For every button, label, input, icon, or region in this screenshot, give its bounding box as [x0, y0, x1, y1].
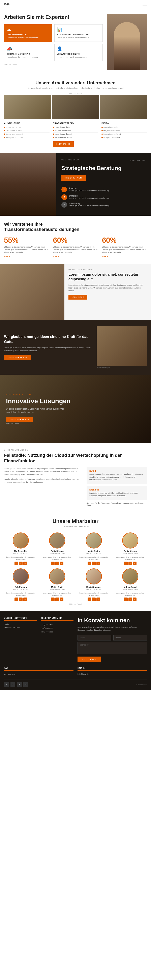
work-col-3-title: DIGITAL [101, 122, 147, 124]
contact-phone-input[interactable] [113, 635, 147, 641]
twitter-icon[interactable]: t [129, 598, 132, 601]
hero-card-1[interactable]: ☁ CLOUD UND DIGITAL Lorem ipsum dolor si… [4, 24, 52, 42]
facebook-icon[interactable]: f [51, 598, 55, 601]
hero-left: Arbeiten Sie mit Experten! ☁ CLOUD UND D… [4, 14, 103, 70]
stat-3-link[interactable]: MEHR [102, 256, 147, 258]
desc-mattie-smith-1: Lorem ipsum dolor sit amet, consectetur … [77, 556, 111, 560]
socials-betty-nilssen-2: f t in [114, 562, 147, 565]
strategic-steps: 1 Analyse Lorem ipsum dolor sit amet con… [61, 187, 146, 208]
linkedin-icon[interactable]: in [133, 562, 137, 565]
list-item: Excepteur sint occae [53, 136, 98, 139]
desc-betty-nilssen-1: Lorem ipsum dolor sit amet, consectetur … [41, 556, 74, 560]
hero-card-4-desc: Lorem ipsum dolor sit amet consectetur [57, 56, 100, 59]
learn-more-button[interactable]: LERN MEHR [53, 142, 74, 147]
step-2-desc: Lorem ipsum dolor sit amet consectetur a… [69, 197, 109, 200]
stat-2: 60% Ut labore et dolore magna aliqua. Ut… [53, 236, 98, 258]
step-3-desc: Lorem ipsum dolor sit amet consectetur a… [69, 205, 109, 207]
uber-firma-label: ÜBER UNSERE FIRMA [69, 269, 147, 270]
facebook-icon[interactable]: f [51, 562, 55, 565]
employees-freepik: Bilder von Freepik [4, 603, 147, 605]
vom-problem-label: VOM PROBLEM [61, 159, 79, 161]
facebook-icon[interactable]: f [14, 562, 18, 565]
avatar-mattie-smith-1 [86, 533, 102, 549]
avatar-betty-nilssen-2 [122, 533, 138, 549]
work-title: Unsere Arbeit verändert Unternehmen [4, 80, 147, 86]
facebook-icon[interactable]: f [88, 598, 91, 601]
work-columns: AUSRICHTUNG Lorem ipsum dolor 0%, sed do… [4, 122, 147, 147]
step-circle-2: 2 [61, 194, 67, 200]
hero-card-1-title: CLOUD UND DIGITAL [6, 33, 50, 36]
twitter-icon[interactable]: t [55, 562, 59, 565]
hero-card-3[interactable]: 📣 DIGITALES MARKETING Lorem ipsum dolor … [4, 44, 52, 61]
twitter-icon[interactable]: t [92, 562, 96, 565]
employee-nat-reynolds: Nat Reynolds HAUPTTROPFEN Lorem ipsum do… [4, 533, 37, 565]
twitter-icon[interactable]: t [129, 562, 132, 565]
hero-card-2[interactable]: 📊 STEUERLICHE DIENSTLEISTUNG Lorem ipsum… [55, 24, 103, 42]
innovative-contact-button[interactable]: KONTAKTIERE UNS [6, 417, 33, 422]
facebook-icon[interactable]: f [124, 562, 128, 565]
list-item: Excepteur sint occae [4, 136, 50, 139]
believe-text: Wir glauben, mutige Ideen sind eine Kraf… [4, 334, 93, 360]
facebook-icon[interactable]: f [88, 562, 91, 565]
stat-1-link[interactable]: MEHR [4, 256, 49, 258]
role-bob-roberts: HAUPTTROPFEN [4, 589, 37, 591]
strategic-button[interactable]: BIS DREIFACH [61, 175, 86, 181]
believe-inner: Wir glauben, mutige Ideen sind eine Kraf… [4, 326, 147, 369]
stat-1: 55% Ut labore et dolore magna aliqua. Ut… [4, 236, 49, 258]
twitter-icon[interactable]: t [92, 598, 96, 601]
step-1: 1 Analyse Lorem ipsum dolor sit amet con… [61, 187, 146, 192]
contact-email-title: EMAIL [77, 667, 147, 671]
work-col-2-title: GRÖSSER WERDEN [53, 122, 98, 124]
work-image-3 [100, 95, 147, 119]
case-section: UNSERE LÖSUNGEN Fallstudie: Nutzung der … [0, 443, 151, 512]
footer-twitter-icon[interactable]: t [10, 682, 15, 687]
socials-adrian-scold: f t in [114, 598, 147, 601]
footer-facebook-icon[interactable]: f [4, 682, 9, 687]
linkedin-icon[interactable]: in [133, 598, 137, 601]
services-icon: 👤 [57, 46, 100, 52]
employee-adrian-scold: Adrian Scold HAUPTTROPFEN Lorem ipsum do… [114, 568, 147, 601]
role-betty-nilssen-2: HAUPTTROPFEN [114, 553, 147, 555]
contact-phone-2: (123) 456-7891 [41, 627, 74, 630]
footer-linkedin-icon[interactable]: in [23, 682, 28, 687]
lern-mehr-button[interactable]: LERN MEHR [69, 295, 87, 299]
linkedin-icon[interactable]: in [60, 562, 63, 565]
hero-card-4[interactable]: 👤 VERWALTETE DIENSTE Lorem ipsum dolor s… [55, 44, 103, 61]
employee-betty-nilssen-2: Betty Nilssen HAUPTTROPFEN Lorem ipsum d… [114, 533, 147, 565]
contact-message-input[interactable] [77, 642, 147, 654]
contact-name-input[interactable] [77, 635, 111, 641]
list-item: Lorem ipsum dolor [101, 126, 147, 129]
socials-nat-reynolds: f t in [4, 562, 37, 565]
twitter-icon[interactable]: t [19, 562, 22, 565]
twitter-icon[interactable]: t [55, 598, 59, 601]
believe-contact-button[interactable]: KONTAKTIERE UNS [4, 355, 31, 360]
contact-fax-info: 123-456-7890 [4, 673, 74, 676]
stat-1-desc: Ut labore et dolore magna aliqua. Ut eni… [4, 246, 49, 254]
contact-submit-button[interactable]: ABSCHICKEN [77, 657, 101, 662]
hero-person [107, 14, 147, 70]
desc-betty-nilssen-2: Lorem ipsum dolor sit amet, consectetur … [114, 556, 147, 560]
facebook-icon[interactable]: f [124, 598, 128, 601]
linkedin-icon[interactable]: in [60, 598, 63, 601]
case-ergebnis-label: Ergebnis [89, 489, 144, 491]
avatar-adrian-scold [122, 568, 138, 584]
linkedin-icon[interactable]: in [23, 562, 27, 565]
employee-mattie-smith-2: Mattie Smith HAUPTTROPFEN Lorem ipsum do… [41, 568, 74, 601]
linkedin-icon[interactable]: in [23, 598, 27, 601]
footer-youtube-icon[interactable]: ▶ [17, 682, 22, 687]
stat-2-link[interactable]: MEHR [53, 256, 98, 258]
linkedin-icon[interactable]: in [96, 562, 100, 565]
case-desc-1: Lorem ipsum dolor sit amet, consectetur … [4, 467, 82, 476]
transform-title: Wir verstehen Ihre Transformationsheraus… [4, 222, 60, 232]
twitter-icon[interactable]: t [19, 598, 22, 601]
logo: logo [4, 2, 10, 5]
facebook-icon[interactable]: f [14, 598, 18, 601]
transform-section: Wir verstehen Ihre Transformationsheraus… [0, 216, 151, 264]
linkedin-icon[interactable]: in [96, 598, 100, 601]
hero-card-3-title: DIGITALES MARKETING [6, 53, 50, 56]
about-section: ÜBER UNSERE FIRMA Lorem ipsum dolor sit … [0, 264, 151, 320]
stat-3: 60% Ut labore et dolore magna aliqua. Ut… [102, 236, 147, 258]
step-circle-1: 1 [61, 187, 67, 192]
hamburger-button[interactable] [143, 3, 147, 5]
employee-roxie-swanson: Roxie Swanson HAUPTTROPFEN Lorem ipsum d… [77, 568, 111, 601]
